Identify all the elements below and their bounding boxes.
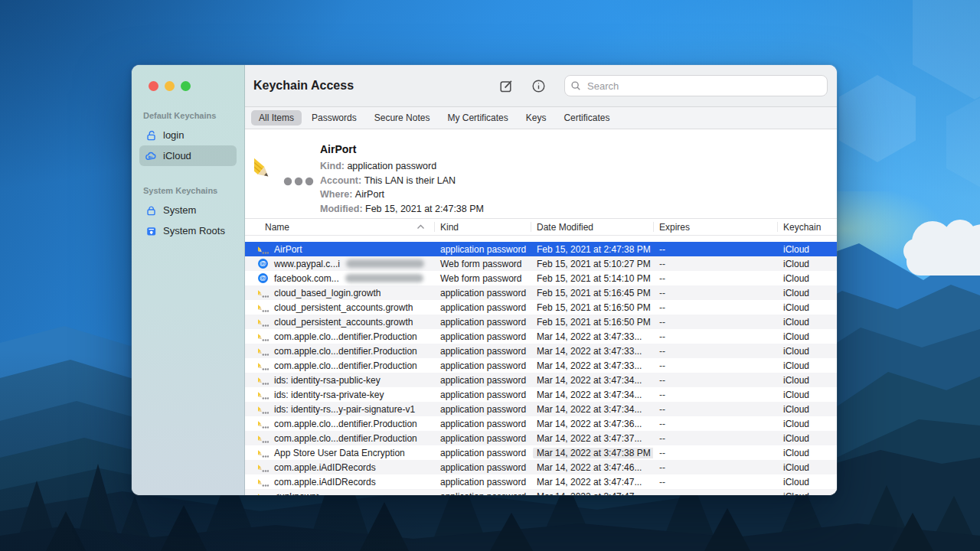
table-row[interactable]: ids: identity-rs...y-pair-signature-v1ap…: [245, 402, 837, 416]
sort-ascending-icon: [416, 224, 425, 230]
table-row[interactable]: ids: identity-rsa-public-keyapplication …: [245, 373, 837, 387]
tab-my-certificates[interactable]: My Certificates: [439, 110, 515, 126]
item-name: cloud_based_login.growth: [274, 288, 381, 298]
column-header-label: Name: [265, 222, 289, 233]
redacted-text-blur: [345, 274, 423, 282]
cell-kind: Web form password: [434, 273, 531, 284]
item-name: cloud_persistent_accounts.growth: [274, 317, 413, 328]
cell-kind: application password: [434, 288, 531, 298]
item-name: com.apple.iAdIDRecords: [274, 462, 376, 473]
cell-expires: --: [653, 419, 777, 429]
application-password-icon: [258, 360, 269, 370]
new-item-button[interactable]: [499, 79, 514, 93]
cell-keychain: iCloud: [777, 462, 837, 473]
application-password-icon: [258, 477, 269, 487]
cell-keychain: iCloud: [777, 491, 837, 496]
cell-name: ids: identity-rsa-private-key: [245, 390, 434, 400]
cell-date-modified: Feb 15, 2021 at 5:16:50 PM: [531, 302, 653, 313]
table-row[interactable]: com.apple.clo...dentifier.Productionappl…: [245, 329, 837, 344]
table-row[interactable]: cloud_persistent_accounts.growthapplicat…: [245, 300, 837, 315]
info-button[interactable]: [531, 79, 546, 93]
table-body: AirPortapplication passwordFeb 15, 2021 …: [245, 236, 837, 495]
column-header-keychain[interactable]: Keychain: [777, 219, 837, 235]
application-password-icon: [258, 390, 269, 399]
table-row[interactable]: com.apple.clo...dentifier.Productionappl…: [245, 416, 837, 431]
search-input[interactable]: [564, 75, 828, 96]
cell-kind: application password: [434, 331, 531, 342]
cell-name: App Store User Data Encryption: [245, 448, 434, 458]
table-row[interactable]: @www.paypal.c...iWeb form passwordFeb 15…: [245, 256, 837, 271]
cell-date-modified: Feb 15, 2021 at 5:10:27 PM: [531, 259, 653, 269]
zoom-button[interactable]: [181, 81, 191, 91]
application-password-icon: [258, 448, 269, 458]
cell-expires: --: [653, 317, 777, 328]
application-password-icon: [258, 288, 269, 298]
cell-keychain: iCloud: [777, 302, 837, 313]
toolbar: [499, 75, 828, 96]
tab-passwords[interactable]: Passwords: [304, 110, 364, 126]
item-name: com.apple.clo...dentifier.Production: [274, 346, 417, 357]
sidebar-item-system-roots[interactable]: System Roots: [139, 220, 237, 241]
item-name: <unknown>: [274, 491, 322, 496]
application-password-icon: [258, 346, 269, 356]
tab-keys[interactable]: Keys: [518, 110, 554, 126]
cell-name: com.apple.clo...dentifier.Production: [245, 433, 434, 444]
cell-kind: application password: [434, 419, 531, 429]
table-row[interactable]: com.apple.iAdIDRecordsapplication passwo…: [245, 474, 837, 489]
column-header-expires[interactable]: Expires: [653, 219, 777, 235]
cell-kind: application password: [434, 477, 531, 487]
tab-all-items[interactable]: All Items: [251, 110, 302, 126]
detail-field-value: Feb 15, 2021 at 2:47:38 PM: [365, 204, 484, 214]
sidebar-item-icloud[interactable]: iCloud: [139, 145, 237, 166]
cell-name: <unknown>: [245, 491, 434, 496]
table-row[interactable]: AirPortapplication passwordFeb 15, 2021 …: [245, 242, 837, 256]
tab-certificates[interactable]: Certificates: [556, 110, 617, 126]
sidebar-item-login[interactable]: login: [139, 125, 237, 145]
detail-field-account: Account: This LAN is their LAN: [320, 174, 484, 188]
window-title: Keychain Access: [253, 79, 354, 93]
table-row[interactable]: ids: identity-rsa-private-keyapplication…: [245, 387, 837, 402]
info-icon: [531, 79, 546, 93]
search-field: [564, 75, 828, 96]
sidebar-item-label: login: [163, 129, 184, 141]
cell-expires: --: [653, 302, 777, 313]
column-header-kind[interactable]: Kind: [434, 219, 531, 235]
sidebar-item-system[interactable]: System: [139, 200, 237, 220]
cell-date-modified: Mar 14, 2022 at 3:47:47...: [531, 477, 653, 487]
column-header-date-modified[interactable]: Date Modified: [531, 219, 653, 235]
table-row[interactable]: cloud_based_login.growthapplication pass…: [245, 285, 837, 300]
column-header-name[interactable]: Name: [245, 219, 434, 235]
cell-expires: --: [653, 244, 777, 255]
cell-name: cloud_persistent_accounts.growth: [245, 302, 434, 313]
titlebar: Keychain Access: [245, 65, 837, 107]
minimize-button[interactable]: [165, 81, 175, 91]
category-tabs: All ItemsPasswordsSecure NotesMy Certifi…: [245, 107, 837, 129]
cell-keychain: iCloud: [777, 244, 837, 255]
table-row[interactable]: com.apple.clo...dentifier.Productionappl…: [245, 344, 837, 358]
cell-kind: application password: [434, 317, 531, 328]
table-row[interactable]: com.apple.clo...dentifier.Productionappl…: [245, 358, 837, 373]
redacted-text-blur: [346, 259, 424, 268]
cell-expires: --: [653, 462, 777, 473]
cell-kind: application password: [434, 360, 531, 371]
table-row[interactable]: @facebook.com...Web form passwordFeb 15,…: [245, 271, 837, 285]
item-name: www.paypal.c...i: [274, 259, 340, 269]
table-row[interactable]: <unknown>application passwordMar 14, 202…: [245, 489, 837, 495]
column-header-label: Expires: [659, 222, 690, 233]
detail-field-value: This LAN is their LAN: [364, 175, 456, 186]
table-row[interactable]: com.apple.clo...dentifier.Productionappl…: [245, 431, 837, 445]
cell-kind: application password: [434, 244, 531, 255]
cell-keychain: iCloud: [777, 448, 837, 458]
table-row[interactable]: com.apple.iAdIDRecordsapplication passwo…: [245, 460, 837, 474]
detail-field-where: Where: AirPort: [320, 187, 484, 202]
table-row[interactable]: cloud_persistent_accounts.growthapplicat…: [245, 315, 837, 329]
close-button[interactable]: [149, 81, 158, 91]
column-header-label: Kind: [440, 222, 459, 233]
table-row[interactable]: App Store User Data Encryptionapplicatio…: [245, 445, 837, 460]
cell-date-modified: Mar 14, 2022 at 3:47:37...: [531, 433, 653, 444]
tab-secure-notes[interactable]: Secure Notes: [367, 110, 438, 126]
cell-name: @www.paypal.c...i: [245, 259, 434, 269]
cell-kind: application password: [434, 302, 531, 313]
item-name: ids: identity-rsa-private-key: [274, 390, 384, 400]
cell-expires: --: [653, 404, 777, 415]
